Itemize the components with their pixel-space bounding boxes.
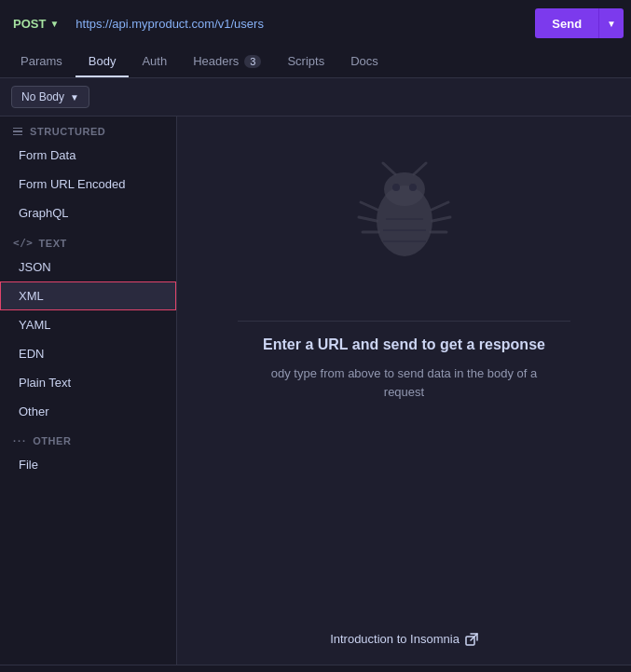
no-body-chevron-icon: ▼ <box>70 92 79 103</box>
sidebar-item-json[interactable]: JSON <box>0 253 176 281</box>
tabs-bar: Params Body Auth Headers 3 Scripts Docs <box>0 47 631 78</box>
send-dropdown-chevron-icon: ▼ <box>607 19 616 29</box>
sidebar-item-xml[interactable]: XML <box>0 281 176 310</box>
sidebar-item-yaml[interactable]: YAML <box>0 310 176 339</box>
method-chevron-icon: ▼ <box>49 19 59 29</box>
top-bar: POST ▼ Send ▼ <box>0 0 631 47</box>
svg-line-6 <box>361 202 377 210</box>
section-header-text: </> TEXT <box>0 227 176 253</box>
svg-point-1 <box>384 172 425 206</box>
bottom-bar: No Body ✓ <box>0 665 631 672</box>
sidebar-item-edn[interactable]: EDN <box>0 339 176 368</box>
svg-line-7 <box>359 217 377 221</box>
response-subtitle: ody type from above to send data in the … <box>271 364 537 401</box>
sidebar-item-plain-text[interactable]: Plain Text <box>0 368 176 397</box>
method-label: POST <box>13 17 46 31</box>
sidebar-item-form-data[interactable]: Form Data <box>0 141 176 170</box>
svg-line-3 <box>414 163 426 174</box>
sidebar-item-other[interactable]: Other <box>0 397 176 426</box>
url-input[interactable] <box>72 13 528 34</box>
divider <box>238 321 571 322</box>
no-body-button[interactable]: No Body ▼ <box>11 86 89 108</box>
tab-docs[interactable]: Docs <box>337 47 391 77</box>
sidebar-item-file[interactable]: File <box>0 450 176 479</box>
svg-line-9 <box>432 202 448 210</box>
right-panel: Enter a URL and send to get a response o… <box>177 117 631 665</box>
method-button[interactable]: POST ▼ <box>7 13 64 34</box>
tab-headers[interactable]: Headers 3 <box>180 47 274 77</box>
hamburger-icon <box>13 128 22 136</box>
send-button[interactable]: Send <box>535 8 598 38</box>
bug-icon <box>344 154 465 275</box>
section-label-text: TEXT <box>39 238 67 249</box>
svg-point-5 <box>409 184 417 191</box>
external-link-icon <box>465 633 478 646</box>
tab-scripts[interactable]: Scripts <box>274 47 337 77</box>
response-title: Enter a URL and send to get a response <box>263 336 545 353</box>
send-group: Send ▼ <box>535 8 624 38</box>
section-label-structured: STRUCTURED <box>30 126 105 137</box>
sidebar-item-form-url-encoded[interactable]: Form URL Encoded <box>0 170 176 199</box>
tab-params[interactable]: Params <box>7 47 75 77</box>
section-label-other: OTHER <box>33 435 71 446</box>
intro-link[interactable]: Introduction to Insomnia <box>330 632 478 646</box>
bug-icon-area <box>344 154 465 278</box>
headers-badge: 3 <box>244 55 261 68</box>
svg-line-10 <box>432 217 450 221</box>
main-content: STRUCTURED Form Data Form URL Encoded Gr… <box>0 117 631 665</box>
code-icon: </> <box>13 237 34 249</box>
tab-auth[interactable]: Auth <box>129 47 180 77</box>
tab-body[interactable]: Body <box>75 47 130 77</box>
no-body-label: No Body <box>21 90 64 103</box>
sidebar-item-graphql[interactable]: GraphQL <box>0 199 176 227</box>
section-header-other: ··· OTHER <box>0 426 176 450</box>
dots-icon: ··· <box>13 435 27 446</box>
body-selector-bar: No Body ▼ <box>0 78 631 117</box>
sidebar: STRUCTURED Form Data Form URL Encoded Gr… <box>0 117 177 665</box>
send-dropdown-button[interactable]: ▼ <box>598 8 624 38</box>
section-header-structured: STRUCTURED <box>0 117 176 141</box>
svg-line-2 <box>383 163 395 174</box>
svg-point-4 <box>392 184 400 191</box>
